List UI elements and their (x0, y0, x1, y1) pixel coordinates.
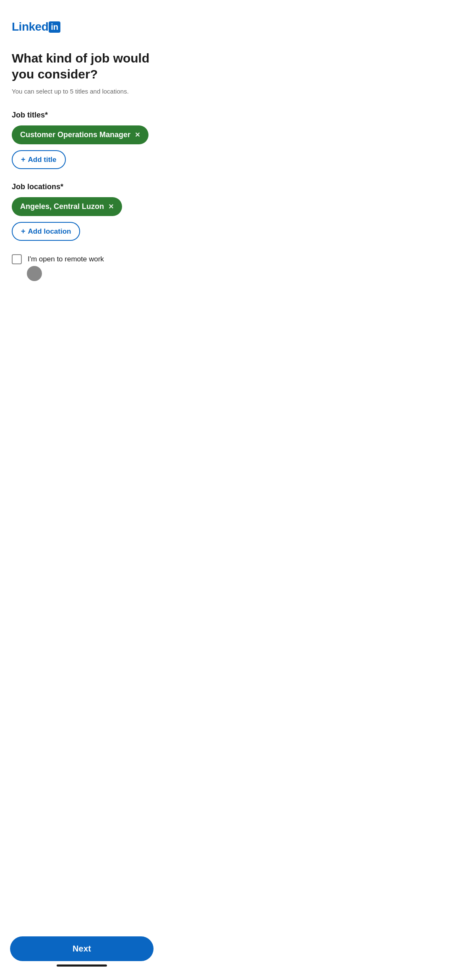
job-location-tag-text: Angeles, Central Luzon (20, 202, 104, 211)
add-title-button[interactable]: + Add title (12, 150, 66, 169)
main-content: What kind of job would you consider? You… (0, 42, 164, 312)
job-locations-label: Job locations* (12, 182, 152, 191)
remove-job-title-icon[interactable]: ✕ (135, 131, 140, 139)
remote-work-row: I'm open to remote work (12, 254, 152, 264)
add-title-label: Add title (28, 156, 57, 164)
linkedin-wordmark: Linked (12, 20, 48, 34)
remote-work-label: I'm open to remote work (28, 255, 104, 263)
header: Linked in (0, 0, 164, 42)
ripple-effect (27, 266, 42, 281)
add-location-label: Add location (28, 227, 71, 236)
job-location-tag[interactable]: Angeles, Central Luzon ✕ (12, 197, 122, 216)
job-title-tag[interactable]: Customer Operations Manager ✕ (12, 125, 148, 144)
job-titles-label: Job titles* (12, 111, 152, 120)
page-subtitle: You can select up to 5 titles and locati… (12, 87, 152, 96)
linkedin-logo: Linked in (12, 20, 152, 34)
job-titles-section: Job titles* Customer Operations Manager … (12, 111, 152, 169)
remote-work-checkbox[interactable] (12, 254, 22, 264)
linkedin-in-badge: in (49, 21, 60, 33)
remove-job-location-icon[interactable]: ✕ (108, 203, 114, 211)
add-location-plus-icon: + (21, 227, 26, 236)
job-title-tag-text: Customer Operations Manager (20, 130, 130, 139)
page-title: What kind of job would you consider? (12, 50, 152, 82)
add-location-button[interactable]: + Add location (12, 222, 80, 241)
add-title-plus-icon: + (21, 155, 26, 164)
job-locations-section: Job locations* Angeles, Central Luzon ✕ … (12, 182, 152, 241)
